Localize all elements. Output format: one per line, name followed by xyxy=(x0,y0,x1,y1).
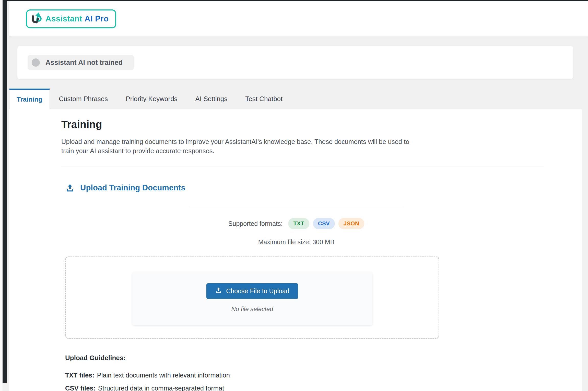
status-label: Assistant AI not trained xyxy=(45,59,123,67)
admin-sidebar-edge xyxy=(3,0,7,383)
guideline-txt-label: TXT files: xyxy=(65,372,95,379)
upload-icon xyxy=(215,287,222,295)
upload-meta: Supported formats: TXT CSV JSON Maximum … xyxy=(61,207,531,246)
left-margin xyxy=(0,0,3,391)
tab-training[interactable]: Training xyxy=(9,89,50,109)
divider xyxy=(61,166,544,166)
tab-bar: Training Custom Phrases Priority Keyword… xyxy=(9,89,582,109)
training-status-badge: Assistant AI not trained xyxy=(28,55,134,70)
page-description: Upload and manage training documents to … xyxy=(61,137,414,155)
upload-guidelines: Upload Guidelines: TXT files:Plain text … xyxy=(65,354,544,391)
guideline-csv: CSV files:Structured data in comma-separ… xyxy=(65,385,544,391)
format-badge-txt: TXT xyxy=(288,218,309,229)
tab-test-chatbot[interactable]: Test Chatbot xyxy=(236,89,291,109)
upload-card: Choose File to Upload No file selected xyxy=(132,272,372,325)
status-card: Assistant AI not trained xyxy=(17,46,573,79)
guideline-csv-label: CSV files: xyxy=(65,385,96,391)
format-badge-json: JSON xyxy=(338,218,364,229)
tab-priority-keywords[interactable]: Priority Keywords xyxy=(117,89,186,109)
content-panel: Training Upload and manage training docu… xyxy=(9,109,582,391)
supported-formats-row: Supported formats: TXT CSV JSON xyxy=(61,218,531,229)
choose-file-button[interactable]: Choose File to Upload xyxy=(206,283,298,299)
max-file-size: Maximum file size: 300 MB xyxy=(61,238,531,246)
guidelines-heading: Upload Guidelines: xyxy=(65,354,544,362)
page-title: Training xyxy=(61,118,544,130)
no-file-selected-text: No file selected xyxy=(132,306,372,313)
brand-name: AssistantAI Pro xyxy=(45,14,109,23)
guideline-txt: TXT files:Plain text documents with rele… xyxy=(65,372,544,379)
upload-icon xyxy=(65,183,75,192)
supported-formats-label: Supported formats: xyxy=(228,220,283,227)
brand-logo: AssistantAI Pro xyxy=(26,9,116,28)
guideline-txt-text: Plain text documents with relevant infor… xyxy=(97,372,230,379)
tab-ai-settings[interactable]: AI Settings xyxy=(186,89,237,109)
tab-custom-phrases[interactable]: Custom Phrases xyxy=(50,89,117,109)
guideline-csv-text: Structured data in comma-separated forma… xyxy=(98,385,224,391)
file-dropzone[interactable]: Choose File to Upload No file selected xyxy=(65,256,439,339)
status-dot-icon xyxy=(32,58,40,67)
format-badge-csv: CSV xyxy=(313,218,335,229)
admin-topbar-edge xyxy=(0,0,588,1)
upload-section-heading: Upload Training Documents xyxy=(65,183,544,192)
upload-section-title: Upload Training Documents xyxy=(80,183,185,192)
choose-file-label: Choose File to Upload xyxy=(226,287,289,295)
header: AssistantAI Pro xyxy=(9,1,588,36)
short-divider xyxy=(189,207,404,207)
up-arrow-logo-icon xyxy=(31,12,42,26)
